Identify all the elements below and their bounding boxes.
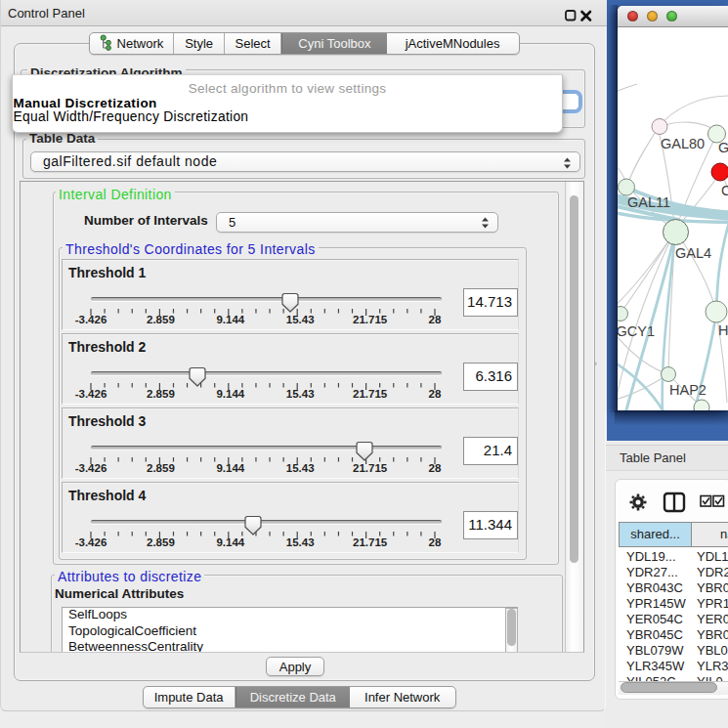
svg-text:GAL80: GAL80 (661, 136, 705, 151)
svg-text:HIS: HIS (718, 322, 728, 338)
svg-text:GAL11: GAL11 (627, 194, 670, 210)
svg-text:GAL4: GAL4 (675, 245, 711, 261)
svg-text:GA: GA (718, 140, 728, 155)
svg-text:HAP2: HAP2 (669, 382, 707, 398)
svg-text:GCY1: GCY1 (618, 323, 655, 339)
svg-text:CD: CD (721, 183, 728, 198)
